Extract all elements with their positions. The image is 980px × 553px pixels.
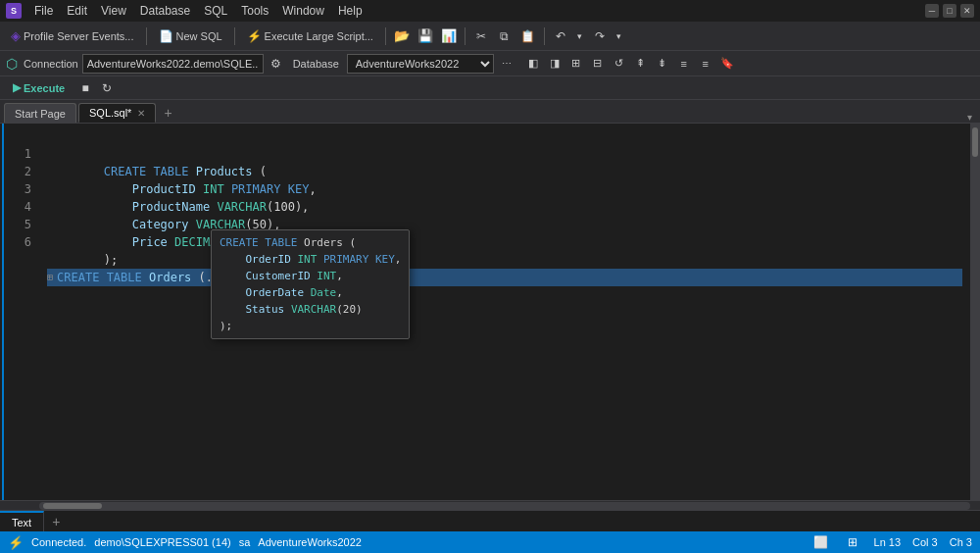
line-num: [4, 127, 31, 145]
toolbar-row2: ⬡ Connection ⚙ Database AdventureWorks20…: [0, 51, 980, 76]
code-line: CREATE TABLE Products (: [47, 145, 962, 163]
connection-input[interactable]: [82, 54, 264, 74]
minimize-button[interactable]: ─: [925, 4, 939, 18]
database-text: AdventureWorks2022: [258, 536, 362, 548]
tab-sql[interactable]: SQL.sql* ✕: [78, 103, 156, 123]
db-options-icon[interactable]: ⋯: [498, 55, 515, 73]
connected-icon: ⚡: [8, 535, 24, 550]
tab-close-icon[interactable]: ✕: [137, 108, 145, 119]
line-num: [4, 322, 31, 339]
maximize-button[interactable]: □: [943, 4, 956, 18]
code-tooltip: CREATE TABLE Orders ( OrderID INT PRIMAR…: [211, 229, 410, 339]
line-num: [4, 304, 31, 322]
new-sql-btn[interactable]: 📄 New SQL: [152, 25, 229, 47]
split-view-btn[interactable]: ⊞: [843, 533, 862, 551]
connected-text: Connected.: [31, 536, 86, 548]
server-text: demo\SQLEXPRESS01 (14): [94, 536, 230, 548]
db-icon7[interactable]: ≡: [674, 54, 694, 74]
line-num: 5: [4, 216, 31, 233]
toolbar-row3: ▶ ! Execute Execute ■ ↻: [0, 76, 980, 100]
scrollbar-thumb-h[interactable]: [43, 503, 102, 509]
menu-database[interactable]: Database: [133, 2, 197, 20]
db-refresh-icon[interactable]: ↺: [610, 54, 629, 74]
connection-settings-icon[interactable]: ⚙: [268, 55, 285, 73]
tooltip-line4: OrderDate Date,: [220, 284, 401, 301]
db-icon1[interactable]: ◧: [523, 54, 543, 74]
status-left: ⚡ Connected. demo\SQLEXPRESS01 (14) sa A…: [8, 535, 362, 550]
parse-button[interactable]: ↻: [97, 78, 117, 98]
toolbar-icons: 📂 💾 📊: [391, 25, 460, 47]
line-num: 2: [4, 163, 31, 180]
menu-window[interactable]: Window: [275, 2, 331, 20]
menu-edit[interactable]: Edit: [60, 2, 94, 20]
db-bookmark-icon[interactable]: 🔖: [717, 54, 737, 74]
undo-icon[interactable]: ↶: [550, 25, 571, 47]
sql-tab-label: SQL.sql*: [89, 107, 131, 119]
new-tab-button[interactable]: +: [158, 103, 177, 123]
tab-text-label: Text: [12, 517, 31, 528]
ch-text: Ch 3: [950, 536, 972, 548]
db-icon6[interactable]: ⇟: [653, 54, 672, 74]
code-editor[interactable]: CREATE TABLE Products ( ProductID INT PR…: [39, 124, 970, 500]
db-icon8[interactable]: ≡: [696, 54, 715, 74]
toolbar-sep3: [385, 27, 386, 45]
chart-icon[interactable]: 📊: [438, 25, 460, 47]
undo-dropdown[interactable]: ▾: [573, 25, 587, 47]
tooltip-line5: Status VARCHAR(20): [220, 301, 401, 318]
profile-server-btn[interactable]: ◈ Profile Server Events...: [4, 25, 141, 47]
close-button[interactable]: ✕: [960, 4, 974, 18]
code-line: [47, 251, 962, 269]
tab-text[interactable]: Text: [0, 511, 44, 532]
vertical-scrollbar[interactable]: [970, 124, 980, 500]
open-icon[interactable]: 📂: [391, 25, 413, 47]
line-num: [4, 269, 31, 286]
db-icon4[interactable]: ⊟: [588, 54, 608, 74]
save-icon[interactable]: 💾: [415, 25, 436, 47]
copy-icon[interactable]: ⧉: [494, 25, 515, 47]
execute-large-btn[interactable]: ⚡ Execute Large Script...: [240, 25, 380, 47]
tab-start-page[interactable]: Start Page: [4, 103, 76, 123]
line-num: 6: [4, 233, 31, 251]
tooltip-line6: );: [220, 318, 401, 334]
tab-bar: Start Page SQL.sql* ✕ + ▾: [0, 100, 980, 124]
menu-help[interactable]: Help: [331, 2, 369, 20]
app-icon: S: [6, 3, 22, 19]
add-tab-button[interactable]: +: [44, 511, 68, 532]
database-label: Database: [293, 58, 339, 70]
status-bar: ⚡ Connected. demo\SQLEXPRESS01 (14) sa A…: [0, 531, 980, 553]
toolbar-sep2: [234, 27, 235, 45]
horizontal-scrollbar-area: [0, 500, 980, 510]
editor-container: 1 2 3 4 5 6 CREATE TABLE Products ( Prod…: [0, 124, 980, 500]
display-mode-btn[interactable]: ⬜: [811, 533, 831, 551]
redo-icon[interactable]: ↷: [589, 25, 611, 47]
redo-dropdown[interactable]: ▾: [612, 25, 626, 47]
db-icon2[interactable]: ◨: [545, 54, 564, 74]
db-icon5[interactable]: ⇞: [631, 54, 651, 74]
stop-button[interactable]: ■: [75, 78, 95, 98]
line-num: [4, 286, 31, 304]
db-icon3[interactable]: ⊞: [566, 54, 586, 74]
database-select[interactable]: AdventureWorks2022: [347, 54, 494, 74]
menu-view[interactable]: View: [94, 2, 133, 20]
line-text: Ln 13: [874, 536, 902, 548]
menu-tools[interactable]: Tools: [234, 2, 275, 20]
paste-icon[interactable]: 📋: [517, 25, 539, 47]
line-num: [4, 251, 31, 269]
tooltip-line2: OrderID INT PRIMARY KEY,: [220, 251, 401, 268]
line-num: 4: [4, 198, 31, 216]
line-numbers: 1 2 3 4 5 6: [4, 124, 39, 500]
menu-file[interactable]: File: [27, 2, 60, 20]
code-line: [47, 127, 962, 145]
scrollbar-thumb-v[interactable]: [972, 127, 978, 157]
cut-icon[interactable]: ✂: [470, 25, 492, 47]
horizontal-scrollbar[interactable]: [39, 502, 970, 510]
user-text: sa: [239, 536, 251, 548]
menu-sql[interactable]: SQL: [197, 2, 234, 20]
line-num: 3: [4, 180, 31, 198]
tab-scroll-right[interactable]: ▾: [967, 112, 972, 123]
tooltip-line3: CustomerID INT,: [220, 268, 401, 284]
connection-icon[interactable]: ⬡: [4, 56, 20, 72]
execute-button[interactable]: ▶ ! Execute Execute: [4, 78, 74, 98]
start-page-label: Start Page: [15, 108, 66, 120]
menu-bar: File Edit View Database SQL Tools Window…: [27, 2, 369, 20]
